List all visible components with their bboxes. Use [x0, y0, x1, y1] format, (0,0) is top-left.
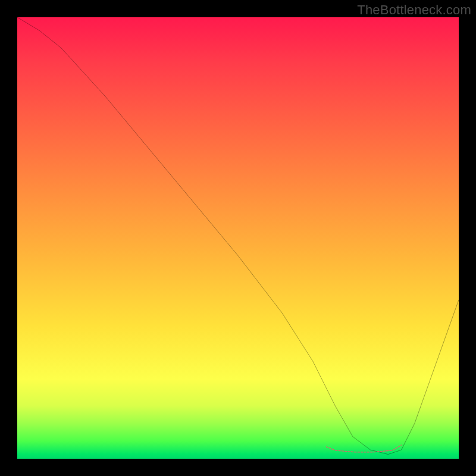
curve-svg: [17, 17, 459, 459]
plot-area: [17, 17, 459, 459]
watermark-text: TheBottleneck.com: [357, 2, 471, 18]
optimal-range-marker-path: [326, 445, 401, 452]
bottleneck-curve-path: [17, 17, 459, 455]
chart-container: TheBottleneck.com: [0, 0, 476, 476]
